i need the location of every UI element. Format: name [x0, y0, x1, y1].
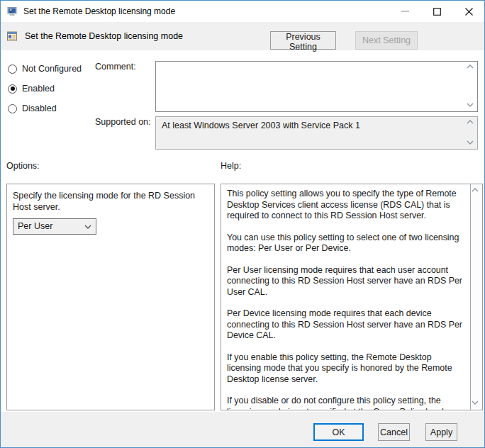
dropdown-selected-value: Per User	[18, 219, 52, 234]
radio-enabled[interactable]: Enabled	[8, 83, 55, 94]
scroll-up-icon[interactable]	[467, 65, 475, 70]
scroll-up-icon[interactable]	[472, 188, 480, 194]
maximize-button[interactable]	[421, 1, 453, 22]
close-button[interactable]	[453, 1, 485, 22]
radio-circle	[8, 65, 17, 74]
supported-on-box: At least Windows Server 2003 with Servic…	[155, 116, 478, 150]
help-panel: This policy setting allows you to specif…	[221, 184, 483, 410]
chevron-down-icon	[84, 225, 91, 229]
supported-on-value: At least Windows Server 2003 with Servic…	[162, 121, 462, 130]
radio-circle	[8, 84, 17, 94]
scroll-down-icon[interactable]	[467, 140, 475, 146]
radio-disabled[interactable]: Disabled	[8, 103, 57, 114]
scroll-down-icon[interactable]	[467, 103, 475, 108]
help-paragraph: If you enable this policy setting, the R…	[227, 352, 464, 386]
minimize-button[interactable]	[389, 1, 421, 22]
radio-not-configured[interactable]: Not Configured	[8, 63, 82, 74]
licensing-mode-description: Specify the licensing mode for the RD Se…	[13, 190, 210, 213]
policy-setting-dialog: Set the Remote Desktop licensing mode	[0, 0, 485, 448]
setting-header: Set the Remote Desktop licensing mode Pr…	[1, 22, 484, 50]
comment-label: Comment:	[95, 62, 136, 72]
minimize-icon	[401, 11, 409, 12]
comment-textarea[interactable]	[155, 61, 478, 112]
maximize-icon	[433, 8, 441, 16]
window-title: Set the Remote Desktop licensing mode	[23, 1, 175, 22]
help-text: This policy setting allows you to specif…	[221, 184, 470, 410]
help-paragraph: If you disable or do not configure this …	[227, 396, 464, 410]
radio-label: Not Configured	[22, 64, 82, 74]
radio-label: Disabled	[22, 103, 57, 113]
dialog-footer: OK Cancel Apply	[1, 412, 484, 448]
policy-settings-icon	[6, 30, 18, 42]
remote-desktop-app-icon	[6, 6, 18, 17]
previous-setting-button[interactable]: Previous Setting	[270, 31, 336, 50]
licensing-mode-dropdown[interactable]: Per User	[13, 218, 96, 235]
next-setting-button: Next Setting	[355, 31, 418, 50]
scroll-up-icon[interactable]	[467, 120, 475, 125]
apply-button[interactable]: Apply	[425, 423, 457, 441]
cancel-button[interactable]: Cancel	[378, 423, 410, 441]
close-icon	[465, 8, 473, 16]
help-paragraph: Per User licensing mode requires that ea…	[227, 265, 464, 298]
help-paragraph: Per Device licensing mode requires that …	[227, 308, 464, 342]
help-scrollbar[interactable]	[470, 184, 482, 410]
options-panel: Specify the licensing mode for the RD Se…	[6, 184, 215, 410]
title-bar[interactable]: Set the Remote Desktop licensing mode	[1, 1, 484, 22]
supported-on-label: Supported on:	[95, 117, 151, 127]
options-section-label: Options:	[6, 161, 40, 171]
radio-label: Enabled	[22, 84, 55, 94]
ok-button[interactable]: OK	[313, 423, 364, 441]
help-section-label: Help:	[221, 161, 241, 171]
help-paragraph: This policy setting allows you to specif…	[227, 189, 464, 222]
radio-circle	[8, 104, 17, 113]
help-paragraph: You can use this policy setting to selec…	[227, 233, 464, 254]
setting-title: Set the Remote Desktop licensing mode	[25, 22, 183, 50]
scroll-down-icon[interactable]	[472, 401, 480, 406]
